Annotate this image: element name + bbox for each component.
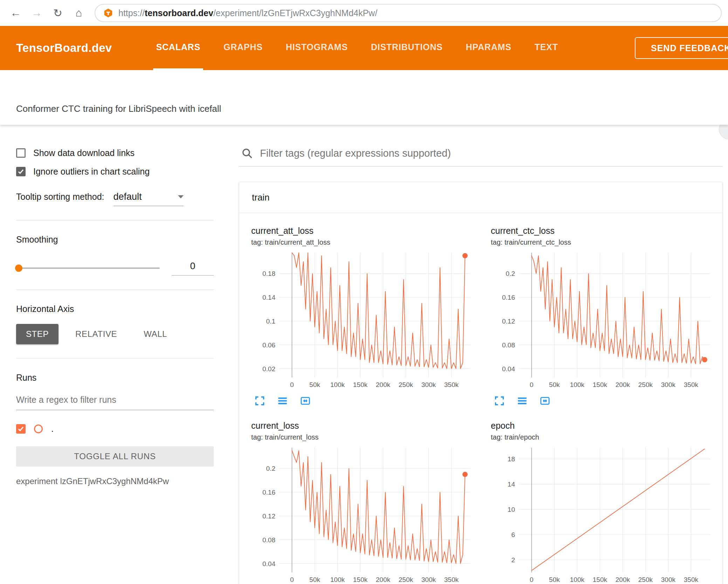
show-download-links-checkbox[interactable] [16, 148, 26, 158]
tag-filter-bar [239, 143, 722, 167]
chart-tag: tag: train/epoch [491, 433, 715, 441]
toggle-all-runs-button[interactable]: TOGGLE ALL RUNS [16, 446, 214, 467]
chart-epoch: epoch tag: train/epoch 26101418050k100k1… [491, 421, 715, 584]
svg-text:10: 10 [508, 506, 515, 513]
run-row: . [16, 423, 214, 434]
svg-text:0.04: 0.04 [502, 365, 515, 373]
url-host: tensorboard.dev [145, 8, 213, 18]
runs-filter-input[interactable] [16, 395, 214, 410]
chart-current-att-loss: current_att_loss tag: train/current_att_… [251, 226, 475, 407]
tag-filter-input[interactable] [260, 148, 720, 159]
send-feedback-button[interactable]: SEND FEEDBACK [635, 37, 728, 59]
slider-thumb[interactable] [15, 265, 22, 272]
train-group-card: train current_att_loss tag: train/curren… [239, 182, 722, 584]
svg-text:100k: 100k [330, 576, 345, 583]
svg-text:0.2: 0.2 [266, 465, 275, 472]
horizontal-axis-label: Horizontal Axis [16, 304, 214, 314]
divider [16, 358, 214, 359]
experiment-caption: experiment lzGnETjwRxC3yghNMd4kPw [16, 476, 214, 486]
svg-text:0.2: 0.2 [506, 270, 515, 277]
chart-tag: tag: train/current_ctc_loss [491, 238, 715, 246]
reload-icon[interactable]: ↻ [48, 4, 67, 22]
svg-text:0.12: 0.12 [262, 512, 275, 520]
svg-text:0: 0 [530, 381, 534, 388]
line-chart-current-loss[interactable]: 0.040.080.120.160.2050k100k150k200k250k3… [251, 445, 475, 584]
fit-domain-icon[interactable] [539, 395, 551, 407]
smoothing-value-input[interactable]: 0 [172, 261, 214, 276]
axis-step-button[interactable]: STEP [16, 324, 59, 344]
svg-text:50k: 50k [549, 381, 560, 388]
svg-text:100k: 100k [570, 381, 585, 388]
tooltip-sorting-select[interactable]: default [114, 191, 184, 206]
fit-domain-icon[interactable] [300, 395, 311, 407]
svg-text:300k: 300k [421, 576, 436, 583]
svg-text:100k: 100k [570, 576, 585, 583]
tooltip-sorting-value: default [114, 191, 142, 202]
app-header: TensorBoard.dev SCALARS GRAPHS HISTOGRAM… [0, 26, 728, 70]
line-chart-epoch[interactable]: 26101418050k100k150k200k250k300k350k [491, 445, 715, 584]
chart-toolbar [251, 395, 475, 407]
check-icon [17, 425, 25, 433]
app-logo: TensorBoard.dev [16, 41, 112, 55]
toggle-runs-lines-icon[interactable] [277, 395, 288, 407]
svg-text:0.16: 0.16 [262, 489, 275, 496]
axis-wall-button[interactable]: WALL [134, 324, 177, 344]
line-chart-current-ctc-loss[interactable]: 0.040.080.120.160.2050k100k150k200k250k3… [491, 250, 715, 390]
url-path: /experiment/lzGnETjwRxC3yghNMd4kPw/ [213, 8, 377, 18]
check-icon [17, 168, 25, 175]
run-checkbox[interactable] [16, 424, 26, 434]
chart-current-ctc-loss: current_ctc_loss tag: train/current_ctc_… [491, 226, 715, 407]
svg-text:200k: 200k [376, 576, 391, 583]
home-icon[interactable]: ⌂ [69, 4, 88, 22]
svg-text:0.04: 0.04 [262, 560, 275, 568]
chart-title: current_loss [251, 421, 475, 431]
svg-text:0.16: 0.16 [502, 294, 515, 301]
chart-tag: tag: train/current_loss [251, 433, 475, 441]
chart-title: current_ctc_loss [491, 226, 715, 236]
main-panel: train current_att_loss tag: train/curren… [231, 125, 728, 584]
svg-text:250k: 250k [638, 576, 653, 583]
chart-title: epoch [491, 421, 715, 431]
svg-text:6: 6 [511, 531, 515, 538]
tab-scalars[interactable]: SCALARS [153, 26, 203, 70]
svg-text:350k: 350k [444, 576, 459, 583]
svg-text:50k: 50k [309, 576, 320, 583]
tab-text[interactable]: TEXT [532, 26, 561, 70]
tab-distributions[interactable]: DISTRIBUTIONS [368, 26, 446, 70]
run-color-swatch-icon [34, 425, 43, 433]
svg-text:300k: 300k [661, 381, 676, 388]
ignore-outliers-checkbox[interactable] [16, 167, 26, 176]
nav-tabs: SCALARS GRAPHS HISTOGRAMS DISTRIBUTIONS … [153, 26, 561, 70]
back-icon[interactable]: ← [6, 4, 25, 22]
tab-hparams[interactable]: HPARAMS [463, 26, 514, 70]
tab-histograms[interactable]: HISTOGRAMS [283, 26, 351, 70]
svg-text:150k: 150k [353, 576, 368, 583]
experiment-title: Conformer CTC training for LibriSpeech w… [16, 103, 221, 114]
tensorboard-favicon-icon [103, 8, 114, 18]
svg-text:350k: 350k [684, 381, 699, 388]
show-download-links-label: Show data download links [33, 148, 135, 158]
toggle-runs-lines-icon[interactable] [516, 395, 528, 407]
svg-text:0.14: 0.14 [262, 294, 275, 301]
svg-text:0: 0 [530, 576, 534, 583]
fullscreen-icon[interactable] [494, 395, 505, 407]
run-name: . [51, 423, 54, 434]
browser-chrome: ← → ↻ ⌂ https://tensorboard.dev/experime… [0, 0, 728, 26]
group-title[interactable]: train [239, 182, 722, 213]
fullscreen-icon[interactable] [254, 395, 266, 407]
address-bar[interactable]: https://tensorboard.dev/experiment/lzGnE… [95, 4, 722, 22]
tab-graphs[interactable]: GRAPHS [221, 26, 266, 70]
svg-text:14: 14 [508, 481, 515, 488]
charts-grid: current_att_loss tag: train/current_att_… [239, 213, 722, 584]
chevron-down-icon [178, 195, 184, 198]
divider [16, 290, 214, 290]
tooltip-sorting-label: Tooltip sorting method: [16, 192, 104, 202]
forward-icon[interactable]: → [27, 4, 46, 22]
svg-text:150k: 150k [593, 576, 607, 583]
smoothing-slider[interactable] [16, 267, 160, 269]
line-chart-current-att-loss[interactable]: 0.020.060.10.140.18050k100k150k200k250k3… [251, 250, 475, 390]
axis-relative-button[interactable]: RELATIVE [66, 324, 127, 344]
chart-title: current_att_loss [251, 226, 475, 236]
svg-text:300k: 300k [661, 576, 676, 583]
svg-text:50k: 50k [549, 576, 560, 583]
